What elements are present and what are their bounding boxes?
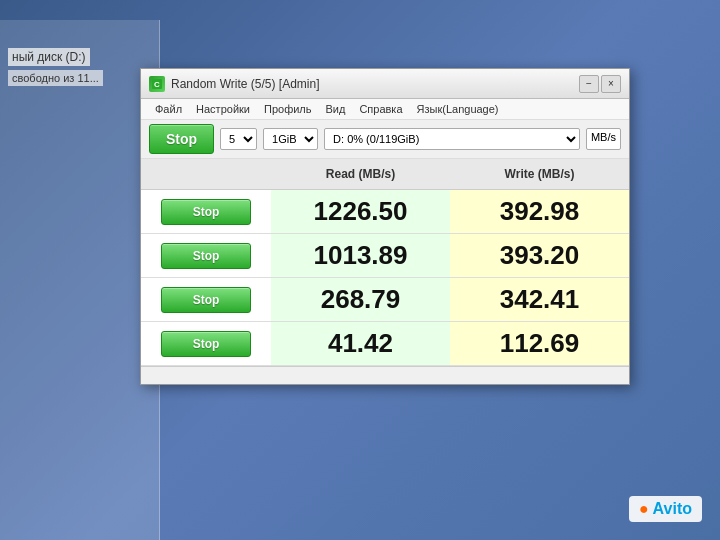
write-value-0: 392.98	[450, 190, 629, 233]
minimize-button[interactable]: −	[579, 75, 599, 93]
stop-button-2[interactable]: Stop	[161, 287, 251, 313]
write-number-1: 393.20	[500, 240, 580, 271]
write-number-2: 342.41	[500, 284, 580, 315]
app-icon: C	[149, 76, 165, 92]
read-value-3: 41.42	[271, 322, 450, 365]
write-number-3: 112.69	[500, 328, 580, 359]
menu-file[interactable]: Файл	[149, 101, 188, 117]
table-header: Read (MB/s) Write (MB/s)	[141, 159, 629, 190]
title-buttons: − ×	[579, 75, 621, 93]
read-number-1: 1013.89	[314, 240, 408, 271]
table-row: Stop 268.79 342.41	[141, 278, 629, 322]
toolbar: Stop 5 1GiB D: 0% (0/119GiB) MB/s	[141, 120, 629, 159]
cdm-window: C Random Write (5/5) [Admin] − × Файл На…	[140, 68, 630, 385]
menu-help[interactable]: Справка	[353, 101, 408, 117]
avito-text: Avito	[653, 500, 692, 517]
read-value-2: 268.79	[271, 278, 450, 321]
read-value-1: 1013.89	[271, 234, 450, 277]
status-bar	[141, 366, 629, 384]
read-value-0: 1226.50	[271, 190, 450, 233]
stop-button-1[interactable]: Stop	[161, 243, 251, 269]
count-select[interactable]: 5	[220, 128, 257, 150]
window-title: Random Write (5/5) [Admin]	[171, 77, 320, 91]
avito-badge: ● Avito	[629, 496, 702, 522]
table-row: Stop 1013.89 393.20	[141, 234, 629, 278]
read-number-3: 41.42	[328, 328, 393, 359]
stop-cell-1: Stop	[141, 234, 271, 277]
table-row: Stop 1226.50 392.98	[141, 190, 629, 234]
size-select[interactable]: 1GiB	[263, 128, 318, 150]
menu-bar: Файл Настройки Профиль Вид Справка Язык(…	[141, 99, 629, 120]
avito-icon: ●	[639, 500, 649, 517]
unit-select: MB/s	[586, 128, 621, 150]
menu-language[interactable]: Язык(Language)	[411, 101, 505, 117]
drive-select[interactable]: D: 0% (0/119GiB)	[324, 128, 580, 150]
bg-drive-label: ный диск (D:)	[8, 48, 90, 66]
main-stop-button[interactable]: Stop	[149, 124, 214, 154]
bg-free-text: свободно из 11...	[8, 70, 103, 86]
write-value-1: 393.20	[450, 234, 629, 277]
header-write: Write (MB/s)	[450, 163, 629, 185]
stop-button-3[interactable]: Stop	[161, 331, 251, 357]
title-bar: C Random Write (5/5) [Admin] − ×	[141, 69, 629, 99]
stop-cell-0: Stop	[141, 190, 271, 233]
stop-button-0[interactable]: Stop	[161, 199, 251, 225]
title-bar-left: C Random Write (5/5) [Admin]	[149, 76, 320, 92]
table-row: Stop 41.42 112.69	[141, 322, 629, 366]
svg-text:C: C	[154, 80, 160, 89]
write-value-3: 112.69	[450, 322, 629, 365]
close-button[interactable]: ×	[601, 75, 621, 93]
stop-cell-2: Stop	[141, 278, 271, 321]
background-window-hint: ный диск (D:) свободно из 11...	[0, 20, 160, 540]
header-read: Read (MB/s)	[271, 163, 450, 185]
read-number-2: 268.79	[321, 284, 401, 315]
stop-cell-3: Stop	[141, 322, 271, 365]
write-value-2: 342.41	[450, 278, 629, 321]
desktop: ный диск (D:) свободно из 11... C Random…	[0, 0, 720, 540]
menu-profile[interactable]: Профиль	[258, 101, 318, 117]
read-number-0: 1226.50	[314, 196, 408, 227]
menu-settings[interactable]: Настройки	[190, 101, 256, 117]
write-number-0: 392.98	[500, 196, 580, 227]
menu-view[interactable]: Вид	[319, 101, 351, 117]
header-col1	[141, 163, 271, 185]
